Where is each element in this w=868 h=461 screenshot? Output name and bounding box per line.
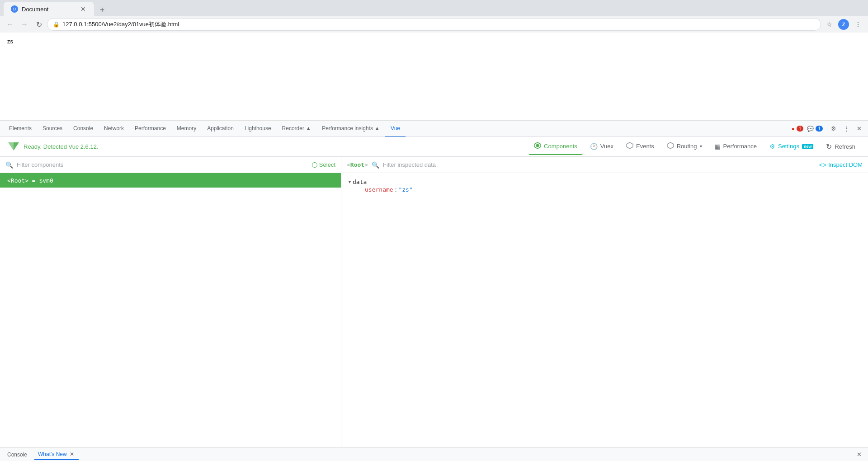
select-button[interactable]: Select: [312, 161, 335, 168]
vue-nav-routing-label: Routing: [677, 143, 697, 150]
tab-vue[interactable]: Vue: [385, 121, 406, 137]
bottom-bar: Console What's New ✕ ✕: [0, 447, 868, 461]
browser-tab[interactable]: D Document ✕: [4, 2, 94, 16]
inspect-dom-button[interactable]: <> Inspect DOM: [819, 161, 863, 169]
console-tab-label: Console: [7, 452, 27, 458]
svg-marker-4: [627, 142, 633, 149]
prop-colon: :: [394, 186, 398, 193]
tab-bar: D Document ✕ +: [0, 0, 868, 16]
inspect-dom-icon: <>: [819, 161, 826, 169]
settings-icon: ⚙: [769, 143, 775, 150]
tab-performance-insights[interactable]: Performance insights ▲: [316, 121, 385, 137]
toolbar-actions: ☆ Z ⋮: [823, 18, 864, 31]
vue-nav-performance-label: Performance: [723, 143, 757, 150]
bottom-tab-whats-new[interactable]: What's New ✕: [34, 449, 79, 460]
component-filter-input[interactable]: [17, 161, 308, 168]
error-count: 1: [797, 126, 804, 132]
back-button[interactable]: ←: [4, 18, 16, 31]
vue-nav-settings-label: Settings: [778, 143, 799, 150]
vue-nav-components[interactable]: Components: [528, 139, 583, 155]
data-search-icon: 🔍: [372, 161, 379, 169]
warning-count: 1: [816, 126, 823, 132]
devtools: Elements Sources Console Network Perform…: [0, 121, 868, 461]
tab-console[interactable]: Console: [68, 121, 99, 137]
vue-bar: Ready. Detected Vue 2.6.12. Components 🕐…: [0, 137, 868, 157]
component-item-root[interactable]: <Root> = $vm0: [0, 173, 341, 188]
tab-sources[interactable]: Sources: [37, 121, 68, 137]
profile-avatar: Z: [838, 19, 849, 30]
devtools-tabs: Elements Sources Console Network Perform…: [0, 121, 868, 137]
data-toggle[interactable]: ▾ data: [349, 179, 861, 185]
right-panel: <Root> 🔍 <> Inspect DOM ▾ data: [341, 157, 868, 447]
tab-application[interactable]: Application: [202, 121, 239, 137]
data-prop-username: username : "zs": [349, 185, 861, 194]
svg-marker-1: [8, 142, 14, 151]
bottom-tab-console[interactable]: Console: [4, 450, 31, 460]
routing-icon: [667, 142, 674, 151]
vue-nav-routing[interactable]: Routing ▾: [661, 139, 708, 155]
vue-nav-settings[interactable]: ⚙ Settings new: [764, 139, 819, 155]
tab-title: Document: [22, 6, 76, 13]
vue-nav: Components 🕐 Vuex Events: [528, 139, 861, 155]
tab-lighthouse[interactable]: Lighthouse: [239, 121, 277, 137]
vue-content: 🔍 Select <Root> = $vm0 <Root>: [0, 157, 868, 447]
lock-icon: 🔒: [53, 21, 60, 28]
browser-toolbar: ← → ↻ 🔒 127.0.0.1:5500/Vue2/day2/01vue初体…: [0, 16, 868, 33]
devtools-tab-actions: ● 1 💬 1 ⚙ ⋮ ✕: [792, 123, 864, 134]
svg-marker-5: [667, 142, 674, 149]
inspect-dom-label: Inspect DOM: [828, 161, 863, 168]
select-label: Select: [319, 161, 335, 168]
refresh-icon: ↻: [826, 142, 832, 151]
svg-marker-3: [536, 144, 539, 147]
vue-nav-components-label: Components: [544, 143, 577, 150]
browser-chrome: D Document ✕ + ← → ↻ 🔒 127.0.0.1:5500/Vu…: [0, 0, 868, 33]
whats-new-tab-label: What's New: [38, 451, 67, 457]
components-icon: [534, 142, 541, 151]
component-list: <Root> = $vm0: [0, 173, 341, 447]
menu-button[interactable]: ⋮: [852, 18, 864, 31]
vue-logo: [7, 141, 20, 153]
forward-button[interactable]: →: [18, 18, 31, 31]
reload-button[interactable]: ↻: [33, 18, 45, 31]
vue-nav-events-label: Events: [636, 143, 654, 150]
favicon-icon: D: [11, 5, 18, 13]
profile-button[interactable]: Z: [837, 18, 850, 31]
triangle-icon: ▾: [349, 179, 351, 184]
inspected-data-filter-input[interactable]: [383, 161, 816, 168]
bookmark-star-button[interactable]: ☆: [823, 18, 835, 31]
events-icon: [626, 142, 633, 151]
vuex-icon: 🕐: [590, 143, 598, 150]
devtools-more-button[interactable]: ⋮: [841, 123, 852, 134]
tab-performance[interactable]: Performance: [129, 121, 171, 137]
vue-status: Ready. Detected Vue 2.6.12.: [24, 143, 99, 150]
bottom-bar-close-button[interactable]: ✕: [854, 449, 864, 460]
vue-nav-vuex-label: Vuex: [600, 143, 613, 150]
address-bar[interactable]: 🔒 127.0.0.1:5500/Vue2/day2/01vue初体验.html: [47, 18, 821, 31]
tab-elements[interactable]: Elements: [4, 121, 37, 137]
vue-nav-vuex[interactable]: 🕐 Vuex: [585, 139, 619, 155]
svg-marker-0: [14, 142, 19, 151]
devtools-settings-button[interactable]: ⚙: [828, 123, 839, 134]
data-key-data: data: [353, 179, 367, 185]
data-panel: ▾ data username : "zs": [341, 173, 868, 447]
component-filter-bar: 🔍 Select: [0, 157, 341, 173]
vue-nav-events[interactable]: Events: [621, 139, 660, 155]
vue-nav-performance[interactable]: ▦ Performance: [709, 139, 762, 155]
tab-memory[interactable]: Memory: [171, 121, 202, 137]
devtools-close-button[interactable]: ✕: [854, 123, 864, 134]
devtools-main: Ready. Detected Vue 2.6.12. Components 🕐…: [0, 137, 868, 447]
vue-refresh-button[interactable]: ↻ Refresh: [821, 140, 861, 154]
whats-new-close-button[interactable]: ✕: [69, 451, 75, 457]
right-filter-bar: <Root> 🔍 <> Inspect DOM: [341, 157, 868, 173]
page-text: zs: [7, 38, 13, 45]
new-tab-button[interactable]: +: [96, 4, 108, 16]
component-search-icon: 🔍: [5, 161, 13, 169]
url-text: 127.0.0.1:5500/Vue2/day2/01vue初体验.html: [62, 20, 179, 28]
tab-recorder[interactable]: Recorder ▲: [277, 121, 317, 137]
error-badge: ● 1: [792, 126, 804, 132]
warning-badge: 💬 1: [807, 126, 823, 132]
tab-close-button[interactable]: ✕: [80, 5, 87, 13]
tab-network[interactable]: Network: [99, 121, 129, 137]
prop-value-username: "zs": [398, 186, 412, 193]
routing-chevron-icon: ▾: [700, 144, 702, 149]
